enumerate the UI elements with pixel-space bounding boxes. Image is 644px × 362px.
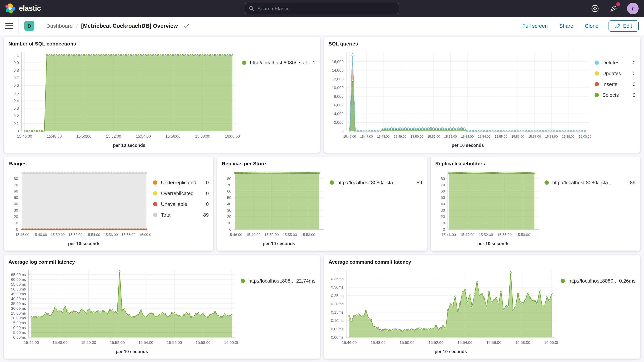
legend-item[interactable]: http://localhost:8080/_sta...89	[544, 180, 636, 186]
space-badge[interactable]: D	[24, 21, 34, 31]
legend-swatch	[595, 71, 599, 76]
share-link[interactable]: Share	[559, 23, 573, 29]
svg-text:15:46:00: 15:46:00	[24, 340, 39, 345]
legend-label: Selects	[602, 92, 630, 98]
ranges-chart[interactable]: 15:46:0015:48:0015:50:0015:52:0015:54:00…	[8, 168, 151, 249]
legend-item[interactable]: Updates0	[595, 70, 636, 76]
clone-link[interactable]: Clone	[585, 23, 598, 29]
svg-text:70: 70	[14, 183, 18, 187]
svg-text:0.15ms: 0.15ms	[331, 310, 344, 314]
legend-swatch	[595, 93, 599, 97]
legend-value: 22.74ms	[296, 278, 316, 284]
svg-text:15.00ms: 15.00ms	[11, 321, 26, 325]
sql-connections-chart[interactable]: 15:46:0015:48:0015:50:0015:52:0015:54:00…	[8, 48, 240, 150]
replicas-per-store-chart[interactable]: 15:46:0015:49:0015:52:0015:55:0015:58:00…	[222, 168, 328, 249]
svg-text:per 10 seconds: per 10 seconds	[116, 349, 148, 354]
svg-text:5.00ms: 5.00ms	[13, 330, 26, 335]
legend-value: 0	[206, 190, 209, 196]
legend-item[interactable]: Deletes0	[595, 60, 636, 66]
legend-item[interactable]: Inserts0	[595, 81, 636, 87]
panel-ranges: Ranges 15:46:0015:48:0015:50:0015:52:001…	[4, 156, 214, 251]
svg-text:12,000: 12,000	[332, 77, 344, 81]
command-commit-latency-chart[interactable]: 15:46:0015:48:0015:50:0015:52:0015:54:00…	[328, 266, 558, 356]
svg-text:10.00ms: 10.00ms	[11, 326, 26, 330]
check-icon[interactable]	[184, 23, 189, 28]
user-avatar[interactable]: r	[627, 3, 638, 14]
breadcrumb-dashboard[interactable]: Dashboard	[46, 23, 73, 29]
divider	[18, 17, 19, 35]
legend-value: 0	[206, 201, 209, 207]
panel-replica-leaseholders: Replica leaseholders 15:46:0015:49:0015:…	[430, 156, 640, 251]
svg-text:0.7: 0.7	[14, 76, 19, 80]
newsfeed-button[interactable]	[608, 4, 618, 14]
legend-item[interactable]: http://localhost:8080/_stat...1	[242, 60, 316, 66]
panel-sql-queries: SQL queries 15:46:0015:47:0015:48:0015:4…	[324, 36, 640, 153]
svg-text:15:46:00: 15:46:00	[342, 340, 357, 345]
svg-text:15:52:00: 15:52:00	[264, 233, 279, 237]
legend-item[interactable]: Underreplicated0	[153, 180, 209, 186]
breadcrumb: Dashboard / [Metricbeat CockroachDB] Ove…	[46, 23, 189, 29]
svg-text:15:50:00: 15:50:00	[400, 340, 414, 345]
legend-swatch	[153, 213, 158, 217]
elastic-logo[interactable]: elastic	[6, 4, 41, 14]
svg-text:10: 10	[440, 221, 445, 225]
legend-item[interactable]: http://localhost:8080...0.26ms	[561, 278, 636, 284]
svg-text:15:52:00: 15:52:00	[478, 233, 493, 237]
global-search[interactable]	[245, 3, 399, 14]
svg-text:15:56:00: 15:56:00	[166, 134, 180, 138]
svg-text:0: 0	[17, 129, 19, 133]
svg-text:60: 60	[14, 189, 18, 193]
svg-text:15:58:00: 15:58:00	[516, 233, 530, 237]
panel-title: Number of SQL connections	[8, 40, 316, 48]
legend-item[interactable]: Total89	[153, 212, 209, 218]
avatar-initial: r	[632, 6, 634, 12]
full-screen-link[interactable]: Full screen	[522, 23, 548, 29]
svg-text:per 10 seconds: per 10 seconds	[434, 349, 467, 354]
legend-value: 89	[203, 212, 209, 218]
legend-item[interactable]: Selects0	[595, 92, 636, 98]
svg-text:15:48:00: 15:48:00	[370, 340, 386, 345]
search-input[interactable]	[257, 6, 395, 11]
legend-value: 0	[633, 81, 636, 87]
svg-text:0: 0	[230, 227, 232, 232]
legend-label: http://localhost:8080/_sta...	[337, 180, 414, 186]
legend-item[interactable]: Unavailable0	[153, 201, 209, 207]
legend-label: Overreplicated	[161, 190, 203, 196]
svg-text:15:50:00: 15:50:00	[81, 340, 96, 345]
legend-item[interactable]: http://localhost:8080/_sta...89	[330, 180, 422, 186]
page-title: [Metricbeat CockroachDB] Overview	[81, 23, 178, 29]
replica-leaseholders-chart[interactable]: 15:46:0015:49:0015:52:0015:55:0015:58:00…	[435, 168, 542, 249]
menu-button[interactable]	[6, 23, 13, 29]
svg-text:0.00ms: 0.00ms	[331, 335, 344, 340]
svg-text:per 10 seconds: per 10 seconds	[113, 143, 145, 148]
edit-button[interactable]: Edit	[608, 20, 638, 32]
svg-text:40: 40	[440, 202, 445, 206]
chart-legend: http://localhost:808...22.74ms	[238, 266, 316, 356]
svg-text:15:52:00: 15:52:00	[68, 233, 82, 237]
divider	[40, 17, 40, 35]
svg-text:40: 40	[227, 202, 232, 206]
svg-text:15:46:00: 15:46:00	[17, 134, 32, 138]
elastic-logo-icon	[6, 4, 16, 14]
sql-queries-chart[interactable]: 15:46:0015:47:0015:48:0015:49:0015:50:00…	[328, 48, 592, 150]
help-button[interactable]	[590, 4, 600, 14]
log-commit-latency-chart[interactable]: 15:46:0015:48:0015:50:0015:52:0015:54:00…	[8, 266, 238, 356]
svg-text:15:58:00: 15:58:00	[545, 135, 558, 138]
svg-text:0.8: 0.8	[14, 68, 19, 72]
svg-text:0.9: 0.9	[14, 60, 19, 65]
svg-text:20: 20	[14, 214, 18, 219]
svg-text:15:53:00: 15:53:00	[461, 135, 474, 138]
dashboard-toolbar: D Dashboard / [Metricbeat CockroachDB] O…	[0, 17, 644, 35]
svg-text:15:49:00: 15:49:00	[246, 233, 261, 237]
chart-legend: http://localhost:8080/_stat...1	[240, 48, 316, 150]
svg-text:15:48:00: 15:48:00	[52, 340, 68, 345]
svg-text:50: 50	[14, 196, 18, 200]
svg-text:30: 30	[440, 208, 445, 212]
svg-text:15:47:00: 15:47:00	[360, 135, 373, 138]
legend-item[interactable]: Overreplicated0	[153, 190, 209, 196]
svg-text:15:46:00: 15:46:00	[15, 233, 29, 237]
legend-value: 1	[313, 60, 316, 66]
party-popper-icon	[609, 4, 618, 13]
legend-item[interactable]: http://localhost:808...22.74ms	[241, 278, 316, 284]
svg-text:10: 10	[14, 221, 18, 225]
